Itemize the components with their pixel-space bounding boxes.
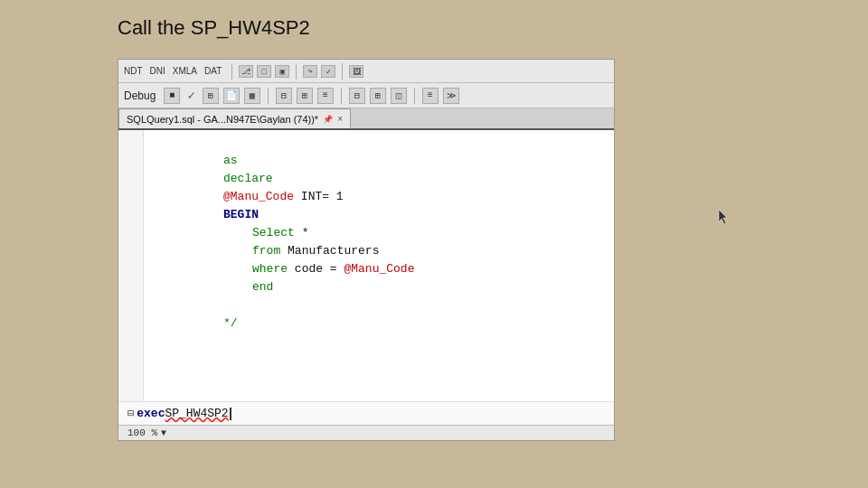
debug-icon-grid2[interactable]: ⊟ <box>276 88 292 104</box>
kw-star: * <box>302 226 309 239</box>
toolbar-icon-check2[interactable]: ✓ <box>321 65 335 78</box>
debug-icon-grid1[interactable]: ⊞ <box>203 88 219 104</box>
page-container: Call the SP_HW4SP2 NDT DNI XMLA DAT ⎇ □ … <box>0 0 868 488</box>
toolbar-ndt: NDT <box>124 66 143 76</box>
kw-manucode-ref: @Manu_Code <box>344 262 414 276</box>
exec-proc-name: SP_HW4SP2 <box>165 407 228 420</box>
toolbar-sep2 <box>296 63 297 80</box>
page-title: Call the SP_HW4SP2 <box>118 16 310 39</box>
debug-checkmark: ✓ <box>187 88 194 103</box>
mouse-cursor <box>717 208 728 230</box>
text-cursor <box>230 408 231 420</box>
debug-icon-square[interactable]: ■ <box>164 88 180 104</box>
debug-icon-grid3[interactable]: ⊞ <box>297 88 313 104</box>
debug-icon-small[interactable]: ◫ <box>391 88 407 104</box>
exec-keyword: exec <box>137 407 165 420</box>
kw-code-eq: code = <box>295 262 344 276</box>
debug-icon-list[interactable]: ≡ <box>422 88 439 104</box>
toolbar-dni: DNI <box>150 66 165 76</box>
debug-sep3 <box>414 88 415 104</box>
kw-manufacturers: Manufacturers <box>288 244 379 258</box>
toolbar-xmla: XMLA <box>173 66 197 76</box>
status-bar: 100 % ▼ <box>118 425 614 440</box>
debug-sep1 <box>268 88 269 104</box>
code-editor: as declare @Manu_Code INT= 1 BEGIN Selec… <box>118 130 614 401</box>
kw-int: INT= 1 <box>294 190 344 203</box>
code-line-comment-close: */ <box>153 296 605 314</box>
kw-declare: declare <box>223 172 273 185</box>
tab-pin-icon[interactable]: 📌 <box>323 115 333 124</box>
debug-sep2 <box>341 88 342 104</box>
toolbar-debug: Debug ■ ✓ ⊞ 📄 ▦ ⊟ ⊞ ≡ ⊟ ⊞ ◫ ≡ ≫ <box>118 83 614 108</box>
kw-from: from <box>252 244 288 258</box>
toolbar-top: NDT DNI XMLA DAT ⎇ □ ▣ ↷ ✓ 🖼 <box>118 60 614 83</box>
debug-label: Debug <box>124 89 156 102</box>
tab-bar: SQLQuery1.sql - GA...N947E\Gaylan (74))*… <box>118 108 614 130</box>
exec-minus-icon: ⊟ <box>127 407 134 420</box>
debug-icon-stack[interactable]: ≡ <box>317 88 334 104</box>
code-line-as: as <box>153 134 605 152</box>
toolbar-sep1 <box>231 63 232 80</box>
debug-icon-table[interactable]: ▦ <box>244 88 260 104</box>
kw-end: end <box>252 280 273 294</box>
debug-icon-grid4[interactable]: ⊞ <box>370 88 386 104</box>
kw-as: as <box>223 154 238 167</box>
toolbar-icon-box[interactable]: □ <box>257 65 271 78</box>
tab-sqlquery[interactable]: SQLQuery1.sql - GA...N947E\Gaylan (74))*… <box>118 108 351 128</box>
toolbar-icon-img[interactable]: 🖼 <box>349 65 363 78</box>
toolbar-dat: DAT <box>204 66 222 76</box>
zoom-level: 100 % <box>127 427 157 438</box>
toolbar-icon-box2[interactable]: ▣ <box>275 65 289 78</box>
toolbar-sep3 <box>342 63 343 80</box>
kw-where: where <box>252 262 295 276</box>
tab-close-icon[interactable]: × <box>337 114 343 124</box>
debug-icon-doc[interactable]: 📄 <box>223 88 240 104</box>
code-content[interactable]: as declare @Manu_Code INT= 1 BEGIN Selec… <box>144 130 614 401</box>
debug-icon-extra[interactable]: ≫ <box>443 88 459 104</box>
line-gutter <box>118 130 144 401</box>
kw-comment-close: */ <box>223 316 238 330</box>
zoom-dropdown[interactable]: ▼ <box>161 428 166 438</box>
kw-select: Select <box>252 226 302 239</box>
debug-icon-win[interactable]: ⊟ <box>349 88 365 104</box>
tab-title: SQLQuery1.sql - GA...N947E\Gaylan (74))* <box>127 114 318 125</box>
kw-manucode-var: @Manu_Code <box>223 190 294 203</box>
toolbar-icon-branch[interactable]: ⎇ <box>239 65 253 78</box>
ssms-window: NDT DNI XMLA DAT ⎇ □ ▣ ↷ ✓ 🖼 Debug ■ ✓ ⊞… <box>118 59 615 441</box>
kw-begin: BEGIN <box>223 208 259 221</box>
title-area: Call the SP_HW4SP2 <box>0 0 868 49</box>
toolbar-icon-arrow[interactable]: ↷ <box>303 65 317 78</box>
exec-line[interactable]: ⊟ exec SP_HW4SP2 <box>118 401 614 425</box>
